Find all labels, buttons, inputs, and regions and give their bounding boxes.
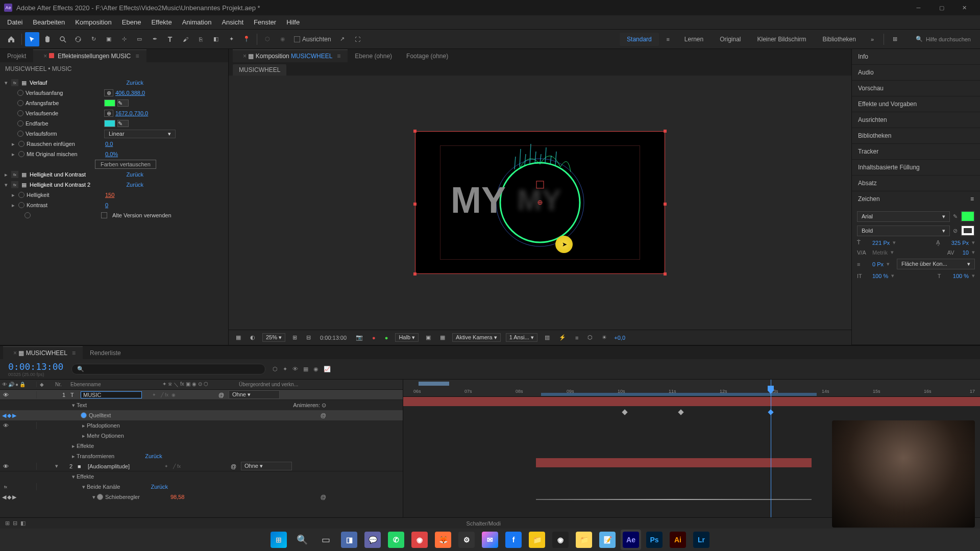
stopwatch-icon[interactable] — [17, 100, 23, 106]
stroke-mode-dropdown[interactable]: Fläche über Kon...▾ — [897, 259, 975, 269]
shy-switch[interactable]: ✦ — [152, 392, 156, 397]
next-key-icon[interactable]: ▶ — [12, 412, 16, 419]
prev-key-icon[interactable]: ◀ — [2, 412, 6, 419]
stopwatch-icon[interactable] — [17, 110, 23, 116]
bounds-icon[interactable]: ⛶ — [351, 32, 365, 46]
zoom-dropdown[interactable]: 25% ▾ — [262, 333, 285, 342]
taskbar-app[interactable]: ⚙ — [456, 530, 477, 550]
text-tool[interactable]: T — [163, 32, 177, 46]
prop-row[interactable]: fx▾Beide KanäleZurück — [0, 482, 403, 492]
roi-icon[interactable]: ▣ — [424, 333, 433, 342]
orbit-tool[interactable] — [71, 32, 85, 46]
rotate-tool[interactable]: ↻ — [86, 32, 101, 46]
hand-tool[interactable] — [40, 32, 55, 46]
menu-komposition[interactable]: Komposition — [70, 16, 117, 28]
color-swatch[interactable] — [104, 99, 115, 107]
twirl-icon[interactable]: ▾ — [3, 182, 9, 188]
fill-color-swatch[interactable] — [961, 211, 975, 222]
menu-bearbeiten[interactable]: Bearbeiten — [28, 16, 70, 28]
keyframe-diamond[interactable] — [678, 409, 683, 415]
fx-switch[interactable]: ╱ — [173, 464, 176, 469]
layer-row[interactable]: 👁 1 T ✦╱fx◉ @ Ohne ▾ — [0, 390, 403, 400]
tab-close-icon[interactable]: × — [43, 53, 47, 60]
reset-link[interactable]: Zurück — [126, 182, 225, 188]
effect-name[interactable]: Verlauf — [30, 80, 47, 86]
parent-dropdown[interactable]: Ohne ▾ — [241, 462, 292, 470]
close-button[interactable]: ✕ — [953, 0, 976, 15]
twirl-icon[interactable]: ▸ — [10, 202, 16, 209]
eyedropper-icon[interactable]: ✎ — [953, 213, 958, 220]
tab-komposition[interactable]: × ▦ Komposition MUSICWHEEL ≡ — [233, 49, 348, 62]
parent-dropdown[interactable]: Ohne ▾ — [229, 390, 280, 399]
workspace-lernen[interactable]: Lernen — [677, 33, 710, 46]
twirl-icon[interactable]: ▸ — [3, 171, 9, 178]
prev-key-icon[interactable]: ◀ — [2, 494, 6, 500]
taskbar-photoshop[interactable]: Ps — [644, 530, 665, 550]
puppet-tool[interactable]: 📍 — [239, 32, 254, 46]
effect-name[interactable]: Helligkeit und Kontrast — [30, 171, 86, 178]
panel-tracker[interactable]: Tracker — [852, 144, 980, 159]
shy-icon[interactable]: 👁 — [292, 366, 298, 372]
layer-name-input[interactable] — [81, 391, 142, 398]
flowchart-icon[interactable]: ⬡ — [585, 333, 595, 342]
panel-audio[interactable]: Audio — [852, 65, 980, 80]
workspace-kleiner[interactable]: Kleiner Bildschirm — [750, 33, 814, 46]
tab-ebene[interactable]: Ebene (ohne) — [348, 50, 399, 62]
col-parent[interactable]: Übergeordnet und verkn... — [239, 382, 310, 387]
taskbar-app[interactable]: 📁 — [527, 530, 547, 550]
pixel-aspect-icon[interactable]: ▥ — [543, 333, 552, 342]
visibility-toggle[interactable]: 👁 — [2, 463, 9, 470]
snapshot-icon[interactable]: 📷 — [354, 333, 365, 342]
current-time-indicator[interactable] — [771, 380, 771, 517]
fx-switch[interactable]: ╱ — [161, 392, 163, 397]
font-size-value[interactable]: 221 Px — [872, 240, 890, 246]
taskbar-whatsapp[interactable]: ✆ — [386, 530, 406, 550]
panel-effekte-vorgaben[interactable]: Effekte und Vorgaben — [852, 96, 980, 112]
res-full-icon[interactable]: ⊞ — [290, 333, 299, 342]
mb-switch[interactable]: ◉ — [172, 392, 176, 397]
stopwatch-icon[interactable] — [17, 120, 23, 127]
tab-close-icon[interactable]: × — [13, 349, 17, 357]
anchor-tool[interactable]: ⊹ — [117, 32, 131, 46]
col-nr[interactable]: Nr. — [55, 382, 70, 387]
stopwatch-icon[interactable] — [18, 141, 24, 147]
taskbar-widgets[interactable]: ◨ — [339, 530, 359, 550]
menu-datei[interactable]: Datei — [2, 16, 28, 28]
layer-duration-bar[interactable] — [536, 458, 812, 467]
fx-badge-icon[interactable]: fx — [11, 79, 18, 86]
prop-row[interactable]: ◀◆▶ ▾ Schieberegler 98,58 @ — [0, 492, 403, 502]
workspace-bibliotheken[interactable]: Bibliotheken — [816, 33, 863, 46]
twirl-icon[interactable]: ▾ — [3, 80, 9, 86]
taskbar-taskview[interactable]: ▭ — [315, 530, 336, 550]
panel-vorschau[interactable]: Vorschau — [852, 81, 980, 96]
graph-editor-icon[interactable]: 📈 — [324, 366, 331, 372]
reset-link[interactable]: Zurück — [126, 80, 225, 86]
snap-options-icon[interactable]: ↗ — [335, 32, 350, 46]
stopwatch-icon[interactable] — [17, 90, 23, 96]
font-family-dropdown[interactable]: Arial▾ — [857, 211, 950, 222]
eraser-tool[interactable]: ◧ — [209, 32, 223, 46]
leading-value[interactable]: 325 Px — [951, 240, 969, 246]
pickwhip-icon[interactable]: @ — [321, 494, 403, 500]
next-key-icon[interactable]: ▶ — [12, 494, 16, 500]
prop-value[interactable]: 1672,0,730,0 — [115, 110, 148, 116]
crosshair-icon[interactable]: ⊕ — [104, 110, 113, 117]
layer-name[interactable]: [Audioamplitude] — [88, 463, 164, 469]
taskbar-search[interactable]: 🔍 — [292, 530, 312, 550]
toggle-modes-icon[interactable]: ⊟ — [13, 520, 17, 527]
taskbar-aftereffects[interactable]: Ae — [621, 530, 641, 550]
roto-tool[interactable]: ✦ — [224, 32, 238, 46]
layer-duration-bar[interactable] — [403, 397, 980, 406]
dropdown[interactable]: Linear▾ — [104, 130, 176, 138]
rectangle-tool[interactable]: ▭ — [132, 32, 146, 46]
channel-icon[interactable]: ● — [370, 334, 378, 342]
eyedropper-icon[interactable]: ✎ — [117, 99, 129, 107]
workspace-menu-icon[interactable]: ≡ — [661, 32, 675, 46]
eyedropper-icon[interactable]: ✎ — [117, 120, 129, 127]
views-dropdown[interactable]: 1 Ansi... ▾ — [506, 333, 537, 342]
workspace-standard[interactable]: Standard — [620, 33, 659, 46]
taskbar-obs[interactable]: ◉ — [550, 530, 571, 550]
prop-row[interactable]: ▾Effekte — [0, 471, 403, 482]
clone-tool[interactable]: ⎘ — [193, 32, 208, 46]
footer-label[interactable]: Schalter/Modi — [26, 520, 941, 527]
